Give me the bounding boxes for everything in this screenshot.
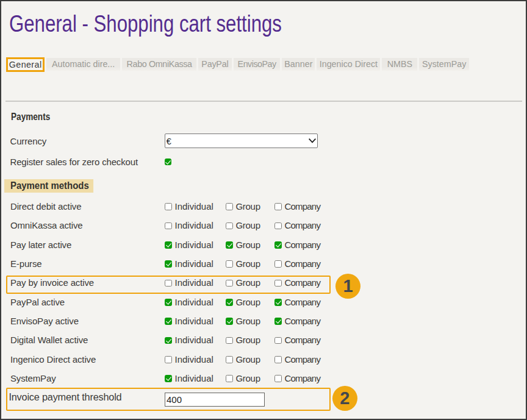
individual-label: Individual [175, 354, 213, 365]
tab-automatic-dire[interactable]: Automatic dire... [46, 58, 121, 71]
company-checkbox[interactable] [274, 318, 282, 325]
individual-checkbox[interactable] [165, 280, 172, 287]
individual-checkbox[interactable] [165, 318, 172, 325]
company-checkbox[interactable] [274, 260, 282, 268]
tab-ingenico-direct[interactable]: Ingenico Direct [317, 58, 380, 71]
group-label: Group [236, 297, 260, 307]
payment-method-label: Ingenico Direct active [10, 354, 165, 365]
company-label: Company [285, 240, 321, 250]
group-checkbox[interactable] [226, 260, 233, 268]
company-label: Company [285, 258, 321, 269]
group-checkbox[interactable] [226, 337, 233, 344]
option-cell: Group [226, 277, 274, 288]
currency-select-wrap: € [165, 133, 318, 148]
option-cell: Company [274, 258, 320, 269]
individual-checkbox[interactable] [165, 222, 172, 230]
group-checkbox[interactable] [226, 356, 233, 363]
option-cell: Group [226, 354, 274, 365]
company-checkbox[interactable] [274, 356, 282, 363]
tab-rabo-omnikassa[interactable]: Rabo OmniKassa [122, 58, 196, 71]
option-cell: Individual [165, 220, 226, 230]
option-cell: Company [274, 201, 320, 212]
option-cell: Individual [165, 297, 226, 307]
payment-method-row: Digital Wallet active Individual Group C… [10, 330, 521, 349]
company-checkbox[interactable] [274, 241, 282, 249]
option-cell: Group [226, 297, 274, 307]
group-checkbox[interactable] [226, 203, 233, 210]
company-checkbox[interactable] [274, 337, 282, 344]
group-checkbox[interactable] [226, 222, 233, 230]
group-checkbox[interactable] [226, 299, 233, 306]
tab-banner[interactable]: Banner [282, 58, 315, 71]
group-checkbox[interactable] [226, 318, 233, 325]
option-cell: Individual [165, 277, 226, 288]
divider [5, 101, 522, 101]
individual-checkbox[interactable] [165, 337, 172, 344]
currency-select[interactable]: € [165, 133, 318, 148]
payment-method-row: Pay by invoice active Individual Group C… [10, 273, 521, 292]
individual-checkbox[interactable] [165, 356, 172, 363]
individual-label: Individual [175, 258, 213, 269]
option-cell: Group [226, 258, 274, 269]
group-label: Group [236, 240, 260, 250]
group-checkbox[interactable] [226, 280, 233, 287]
company-checkbox[interactable] [274, 222, 282, 230]
company-label: Company [285, 373, 321, 383]
option-cell: Company [274, 335, 320, 345]
company-checkbox[interactable] [274, 375, 282, 382]
option-cell: Group [226, 220, 274, 230]
company-label: Company [285, 354, 321, 365]
payment-methods-list: Direct debit active Individual Group Com… [10, 197, 521, 411]
option-cell: Group [226, 201, 274, 212]
group-label: Group [236, 258, 260, 269]
company-label: Company [285, 220, 321, 230]
company-checkbox[interactable] [274, 280, 282, 287]
payment-method-row: Direct debit active Individual Group Com… [10, 197, 521, 216]
invoice-threshold-row: Invoice payment threshold [10, 388, 521, 411]
option-cell: Individual [165, 373, 226, 383]
company-checkbox[interactable] [274, 299, 282, 306]
group-checkbox[interactable] [226, 375, 233, 382]
individual-label: Individual [175, 297, 213, 307]
payment-method-label: OmniKassa active [10, 220, 165, 230]
option-cell: Group [226, 240, 274, 250]
invoice-threshold-label: Invoice payment threshold [9, 391, 163, 403]
group-label: Group [236, 277, 260, 288]
group-checkbox[interactable] [226, 241, 233, 249]
tab-envisopay[interactable]: EnvisoPay [234, 58, 281, 71]
company-label: Company [285, 201, 321, 212]
annotation-badge-2: 2 [332, 386, 358, 411]
group-label: Group [236, 335, 260, 345]
zero-checkout-checkbox[interactable] [165, 158, 172, 166]
payment-method-row: Ingenico Direct active Individual Group … [10, 350, 521, 369]
company-label: Company [285, 297, 321, 307]
group-label: Group [236, 373, 260, 383]
payment-method-label: Direct debit active [10, 201, 165, 212]
option-cell: Company [274, 220, 320, 230]
option-cell: Group [226, 316, 274, 326]
option-cell: Individual [165, 335, 226, 345]
settings-window: General - Shopping cart settings General… [0, 0, 527, 420]
page-title: General - Shopping cart settings [9, 12, 282, 35]
option-cell: Company [274, 354, 320, 365]
company-checkbox[interactable] [274, 203, 282, 210]
tab-bar: GeneralAutomatic dire...Rabo OmniKassaPa… [6, 57, 469, 72]
group-label: Group [236, 220, 260, 230]
individual-checkbox[interactable] [165, 260, 172, 268]
tab-systempay[interactable]: SystemPay [419, 58, 469, 71]
invoice-threshold-input[interactable] [165, 393, 265, 407]
individual-label: Individual [175, 316, 213, 326]
tab-paypal[interactable]: PayPal [198, 58, 232, 71]
currency-row: Currency € [10, 133, 522, 148]
individual-checkbox[interactable] [165, 375, 172, 382]
zero-checkout-label: Register sales for zero checkout [10, 157, 165, 167]
individual-checkbox[interactable] [165, 299, 172, 306]
tab-nmbs[interactable]: NMBS [382, 58, 417, 71]
individual-checkbox[interactable] [165, 241, 172, 249]
option-cell: Individual [165, 240, 226, 250]
tab-general[interactable]: General [6, 57, 45, 72]
individual-checkbox[interactable] [165, 203, 172, 210]
payment-method-row: SystemPay Individual Group Company [10, 369, 521, 388]
payment-method-label: EnvisoPay active [10, 316, 165, 326]
payment-method-row: PayPal active Individual Group Company [10, 293, 521, 311]
